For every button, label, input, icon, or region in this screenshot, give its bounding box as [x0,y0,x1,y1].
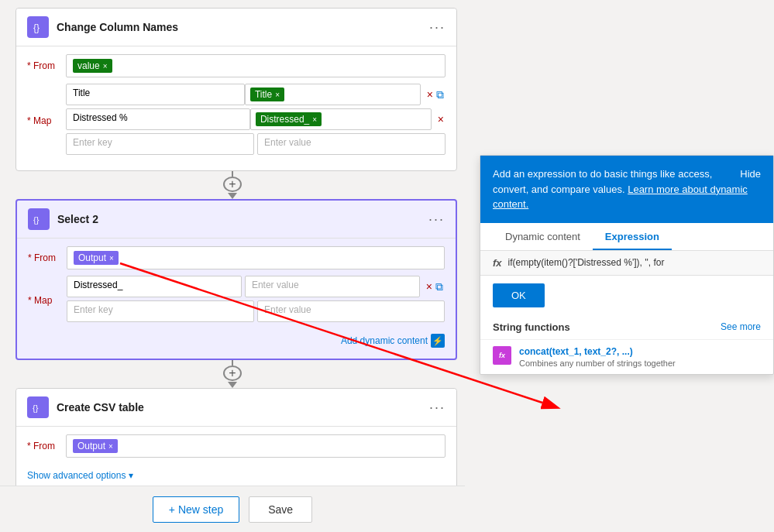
from-tag-input-select2[interactable]: Output × [67,246,445,269]
map-value-empty-select2[interactable]: Enter value [245,276,420,297]
map-value-distressed-input[interactable]: Distressed_ × [250,108,432,130]
func-desc-concat: Combines any number of strings together [519,359,676,368]
map-actions-select2-1: × ⧉ [425,279,445,295]
from-tag-close-csv[interactable]: × [108,442,113,451]
string-functions-title: String functions See more [480,315,773,339]
change-icon-svg: {} [32,21,44,33]
from-tag-close-select2[interactable]: × [109,254,114,263]
map-key-distressed-text: Distressed % [73,112,128,123]
map-key-distressed-select2-text: Distressed_ [74,280,122,290]
copy-map-row-select2-1[interactable]: ⧉ [434,279,445,295]
map-row-select2: Map Distressed_ Enter value [28,276,445,325]
fx-icon: fx [493,257,502,269]
map-pair-2-select2: Enter key Enter value [67,300,445,322]
change-column-title: Change Column Names [57,21,429,33]
map-key-distressed[interactable]: Distressed % [66,108,250,130]
show-advanced-link[interactable]: Show advanced options ▾ [27,464,133,487]
csv-body: From Output × Show advanced options ▾ [16,427,456,495]
from-tag-input-change[interactable]: value × [66,54,445,77]
csv-icon-svg: {} [32,401,44,414]
map-value-distressed-tag: Distressed_ × [256,112,322,126]
card-header-change: {} Change Column Names ··· [16,9,456,46]
map-value-empty-placeholder: Enter value [264,137,311,148]
tab-dynamic-content[interactable]: Dynamic content [493,223,593,250]
dynamic-icon-select2: ⚡ [431,334,445,348]
right-panel: Hide Add an expression to do basic thing… [480,155,774,375]
add-dynamic-content-select2: Add dynamic content ⚡ [28,330,445,351]
select2-body: From Output × Map [17,239,456,359]
svg-text:{}: {} [33,403,39,413]
func-info-concat: concat(text_1, text_2?, ...) Combines an… [519,346,676,368]
map-key-title-text: Title [73,88,90,98]
map-value-placeholder-select2: Enter value [252,280,299,290]
from-label-select2: From [28,252,67,263]
connector-line-2 [232,360,233,366]
new-step-button[interactable]: + New step [153,496,239,523]
map-actions-2: × [436,112,445,127]
add-step-btn-1[interactable]: + [223,177,242,192]
map-value-empty2-placeholder-select2: Enter value [264,304,311,315]
map-label-select2: Map [28,295,67,306]
connector-2: + [15,360,449,388]
chevron-down-icon: ▾ [129,470,133,481]
flow-area: {} Change Column Names ··· From value × [0,0,465,532]
map-key-empty[interactable]: Enter key [66,133,254,155]
add-dynamic-btn-select2[interactable]: Add dynamic content ⚡ [341,334,445,348]
csv-icon: {} [27,396,49,418]
map-section-change: Map Title Title × [27,84,445,158]
map-key-distressed-select2[interactable]: Distressed_ [67,276,242,297]
map-distressed-tag-close[interactable]: × [312,115,317,124]
map-key-empty-placeholder: Enter key [73,137,112,148]
map-value-empty[interactable]: Enter value [257,133,445,155]
delete-map-row-select2-1[interactable]: × [425,279,434,294]
map-value-title-input[interactable]: Title × [245,84,421,105]
select2-icon: {} [28,208,50,230]
tab-expression[interactable]: Expression [593,223,672,250]
see-more-btn[interactable]: See more [721,321,761,332]
from-tag-input-csv[interactable]: Output × [66,434,445,458]
from-tag-output-select2: Output × [74,251,119,265]
connector-arrow-1 [228,193,237,199]
map-label-change: Map [27,115,66,126]
change-column-menu[interactable]: ··· [429,19,445,36]
from-tag-close-change[interactable]: × [103,62,108,70]
card-header-csv: {} Create CSV table ··· [16,389,456,427]
svg-text:{}: {} [33,215,40,225]
map-inputs-change: Title Title × × ⧉ [66,84,445,158]
map-pair-3-change: Enter key Enter value [66,133,445,155]
map-row-change: Map Title Title × [27,84,445,158]
csv-menu[interactable]: ··· [429,400,445,416]
select2-card: {} Select 2 ··· From Output × [15,199,457,360]
select2-menu[interactable]: ··· [428,211,445,228]
from-row-select2: From Output × [28,246,445,269]
csv-title: Create CSV table [57,401,429,414]
ok-button[interactable]: OK [493,283,545,307]
map-pair-1-select2: Distressed_ Enter value × ⧉ [67,276,445,297]
from-tag-output-csv: Output × [73,439,118,453]
main-canvas: {} Change Column Names ··· From value × [0,0,774,532]
panel-hide-btn[interactable]: Hide [740,166,761,182]
map-inputs-select2: Distressed_ Enter value × ⧉ [67,276,445,325]
function-item-concat[interactable]: fx concat(text_1, text_2?, ...) Combines… [480,339,773,374]
map-key-empty-placeholder-select2: Enter key [74,304,113,315]
map-value-empty2-select2[interactable]: Enter value [257,300,445,322]
delete-map-row-2[interactable]: × [436,112,445,127]
panel-info: Hide Add an expression to do basic thing… [480,156,773,223]
func-name-concat[interactable]: concat(text_1, text_2?, ...) [519,346,676,357]
map-title-tag-close[interactable]: × [275,91,280,99]
save-button[interactable]: Save [249,496,312,523]
create-csv-card: {} Create CSV table ··· From Output × [15,388,457,496]
from-label-change: From [27,60,66,71]
add-step-btn-2[interactable]: + [223,366,242,381]
map-pair-1-change: Title Title × × ⧉ [66,84,445,105]
map-value-title-tag: Title × [250,88,284,101]
delete-map-row-1[interactable]: × [425,87,435,102]
copy-map-row-1[interactable]: ⧉ [435,87,445,103]
map-key-title[interactable]: Title [66,84,245,105]
map-key-empty-select2[interactable]: Enter key [67,300,254,322]
expression-input[interactable] [508,257,761,268]
map-actions-1: × ⧉ [425,87,445,103]
map-section-select2: Map Distressed_ Enter value [28,276,445,325]
panel-expression-bar: fx [480,251,773,276]
map-pair-2-change: Distressed % Distressed_ × × [66,108,445,130]
